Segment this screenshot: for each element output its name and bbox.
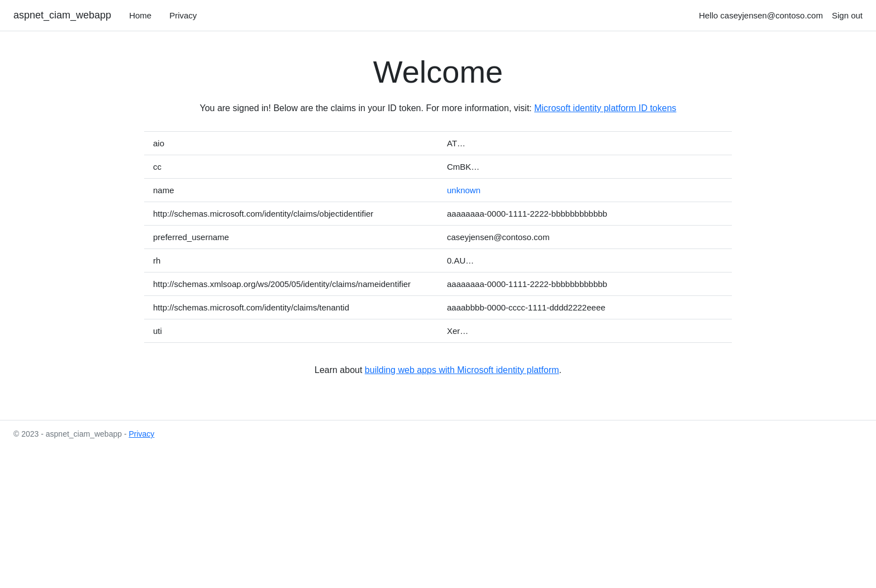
claim-value: aaaaaaaa-0000-1111-2222-bbbbbbbbbbbb bbox=[438, 273, 732, 296]
claim-value: aaaaaaaa-0000-1111-2222-bbbbbbbbbbbb bbox=[438, 202, 732, 226]
claim-key: uti bbox=[144, 319, 438, 343]
navbar-brand[interactable]: aspnet_ciam_webapp bbox=[13, 9, 111, 21]
learn-text-after: . bbox=[559, 365, 561, 375]
claim-value: CmBK… bbox=[438, 155, 732, 179]
navbar-right: Hello caseyjensen@contoso.com Sign out bbox=[699, 11, 863, 20]
claim-key: http://schemas.microsoft.com/identity/cl… bbox=[144, 296, 438, 319]
table-row: http://schemas.xmlsoap.org/ws/2005/05/id… bbox=[144, 273, 732, 296]
claim-key: http://schemas.xmlsoap.org/ws/2005/05/id… bbox=[144, 273, 438, 296]
table-row: aioAT… bbox=[144, 132, 732, 155]
table-row: rh0.AU… bbox=[144, 249, 732, 273]
claim-key: preferred_username bbox=[144, 226, 438, 249]
table-row: preferred_usernamecaseyjensen@contoso.co… bbox=[144, 226, 732, 249]
description-text-before-link: You are signed in! Below are the claims … bbox=[199, 103, 531, 113]
footer-privacy-link[interactable]: Privacy bbox=[128, 429, 154, 438]
footer-copyright: © 2023 - aspnet_ciam_webapp - bbox=[13, 429, 127, 438]
navbar-nav: Home Privacy bbox=[125, 11, 201, 21]
user-greeting: Hello caseyjensen@contoso.com bbox=[699, 11, 823, 20]
main-content: Welcome You are signed in! Below are the… bbox=[131, 31, 745, 420]
claim-value: Xer… bbox=[438, 319, 732, 343]
claim-value: unknown bbox=[438, 179, 732, 202]
claim-key: name bbox=[144, 179, 438, 202]
claim-key: http://schemas.microsoft.com/identity/cl… bbox=[144, 202, 438, 226]
learn-link[interactable]: building web apps with Microsoft identit… bbox=[365, 365, 559, 375]
nav-link-home[interactable]: Home bbox=[125, 8, 156, 22]
learn-text-before: Learn about bbox=[315, 365, 362, 375]
footer: © 2023 - aspnet_ciam_webapp - Privacy bbox=[0, 420, 876, 447]
claim-value: caseyjensen@contoso.com bbox=[438, 226, 732, 249]
claim-key: rh bbox=[144, 249, 438, 273]
sign-out-button[interactable]: Sign out bbox=[832, 11, 863, 20]
claim-value: AT… bbox=[438, 132, 732, 155]
nav-item-home: Home bbox=[125, 11, 156, 21]
table-row: http://schemas.microsoft.com/identity/cl… bbox=[144, 202, 732, 226]
claim-key: cc bbox=[144, 155, 438, 179]
nav-link-privacy[interactable]: Privacy bbox=[165, 8, 201, 22]
claims-table: aioAT…ccCmBK…nameunknownhttp://schemas.m… bbox=[144, 131, 732, 343]
claim-value: 0.AU… bbox=[438, 249, 732, 273]
table-row: nameunknown bbox=[144, 179, 732, 202]
claim-key: aio bbox=[144, 132, 438, 155]
welcome-heading: Welcome bbox=[144, 54, 732, 90]
table-row: http://schemas.microsoft.com/identity/cl… bbox=[144, 296, 732, 319]
claim-value: aaaabbbb-0000-cccc-1111-dddd2222eeee bbox=[438, 296, 732, 319]
id-tokens-link[interactable]: Microsoft identity platform ID tokens bbox=[534, 103, 676, 113]
learn-section: Learn about building web apps with Micro… bbox=[144, 365, 732, 375]
table-row: ccCmBK… bbox=[144, 155, 732, 179]
table-row: utiXer… bbox=[144, 319, 732, 343]
claims-tbody: aioAT…ccCmBK…nameunknownhttp://schemas.m… bbox=[144, 132, 732, 343]
welcome-description: You are signed in! Below are the claims … bbox=[144, 103, 732, 113]
navbar: aspnet_ciam_webapp Home Privacy Hello ca… bbox=[0, 0, 876, 31]
nav-item-privacy: Privacy bbox=[165, 11, 201, 21]
